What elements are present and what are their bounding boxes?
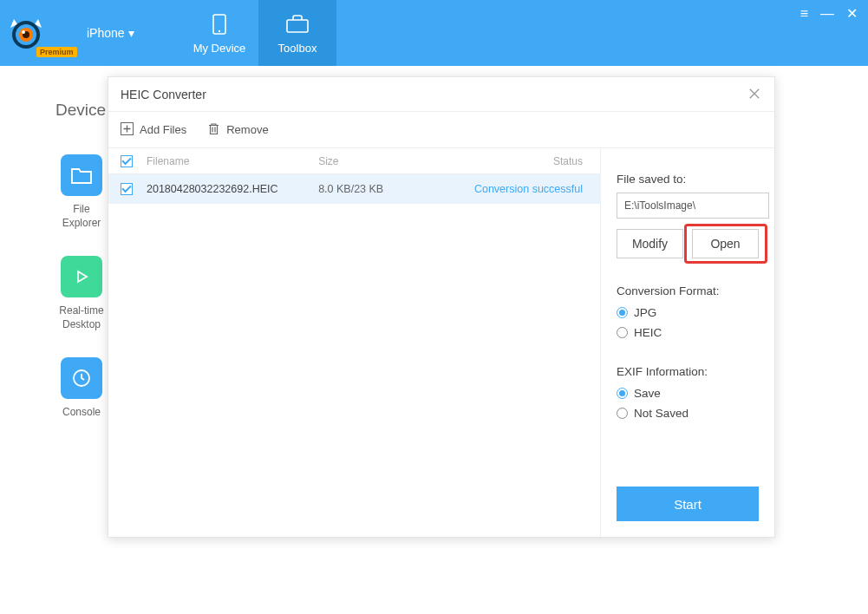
app-header: Premium iPhone ▾ My Device Toolbox ≡ — ✕ (0, 0, 868, 66)
select-all-checkbox[interactable] (121, 155, 133, 167)
window-controls: ≡ — ✕ (800, 0, 868, 66)
tool-console[interactable]: Console (55, 357, 108, 420)
svg-point-5 (219, 29, 220, 31)
toolbox-icon (284, 12, 310, 36)
row-status: Conversion successful (451, 183, 600, 195)
tab-my-device[interactable]: My Device (180, 0, 258, 66)
radio-label: JPG (634, 306, 656, 319)
format-heic-radio[interactable]: HEIC (617, 326, 759, 339)
radio-label: Save (634, 387, 661, 400)
chevron-down-icon: ▾ (128, 26, 134, 40)
exif-save-radio[interactable]: Save (617, 387, 759, 400)
settings-panel: File saved to: Modify Open Conversion Fo… (601, 148, 774, 537)
file-list-area: Filename Size Status 20180428032232692.H… (108, 148, 601, 537)
tab-label: Toolbox (278, 42, 317, 55)
device-label: iPhone (87, 26, 125, 40)
tool-label: File Explorer (62, 203, 101, 230)
table-row[interactable]: 20180428032232692.HEIC 8.0 KB/23 KB Conv… (108, 174, 600, 204)
format-jpg-radio[interactable]: JPG (617, 306, 759, 319)
saved-to-label: File saved to: (617, 173, 759, 186)
remove-button[interactable]: Remove (207, 122, 268, 138)
row-checkbox[interactable] (121, 183, 133, 195)
add-files-button[interactable]: Add Files (121, 122, 186, 138)
dialog-titlebar: HEIC Converter (108, 77, 774, 112)
button-label: Remove (226, 123, 268, 136)
play-icon (61, 256, 102, 297)
close-icon[interactable] (748, 88, 762, 101)
open-button[interactable]: Open (692, 229, 759, 258)
menu-icon[interactable]: ≡ (800, 7, 808, 21)
tool-label: Console (62, 406, 101, 420)
app-logo-icon (9, 16, 43, 50)
radio-icon (617, 408, 628, 419)
column-filename[interactable]: Filename (147, 155, 318, 167)
start-button[interactable]: Start (617, 487, 759, 521)
radio-label: HEIC (634, 326, 662, 339)
radio-label: Not Saved (634, 407, 689, 420)
radio-icon (617, 327, 628, 338)
premium-badge: Premium (36, 47, 77, 57)
row-filename: 20180428032232692.HEIC (147, 183, 318, 195)
tool-file-explorer[interactable]: File Explorer (55, 154, 108, 230)
svg-marker-7 (78, 271, 87, 282)
trash-icon (207, 122, 220, 138)
heic-converter-dialog: HEIC Converter Add Files Remove Filename… (108, 76, 775, 538)
tablet-icon (206, 12, 232, 36)
tab-label: My Device (193, 42, 246, 55)
folder-icon (61, 154, 102, 196)
clock-icon (61, 357, 102, 399)
exif-label: EXIF Information: (617, 365, 759, 378)
column-size[interactable]: Size (318, 155, 450, 167)
plus-icon (121, 122, 134, 138)
tool-label: Real-time Desktop (59, 304, 103, 331)
modify-button[interactable]: Modify (617, 229, 683, 258)
svg-point-3 (22, 30, 25, 34)
svg-rect-6 (287, 20, 308, 32)
dialog-body: Filename Size Status 20180428032232692.H… (108, 148, 774, 537)
tool-realtime-desktop[interactable]: Real-time Desktop (55, 256, 108, 331)
tab-toolbox[interactable]: Toolbox (258, 0, 336, 66)
row-size: 8.0 KB/23 KB (318, 183, 450, 195)
format-label: Conversion Format: (617, 284, 759, 297)
radio-icon (617, 388, 628, 399)
device-dropdown[interactable]: iPhone ▾ (87, 26, 134, 40)
column-status[interactable]: Status (451, 155, 600, 167)
radio-icon (617, 307, 628, 318)
minimize-icon[interactable]: — (820, 7, 834, 21)
button-label: Add Files (140, 123, 186, 136)
dialog-title: HEIC Converter (121, 88, 748, 101)
logo-area: Premium iPhone ▾ (0, 0, 180, 66)
saved-to-input[interactable] (617, 193, 769, 219)
dialog-toolbar: Add Files Remove (108, 112, 774, 148)
close-icon[interactable]: ✕ (846, 7, 858, 21)
exif-notsaved-radio[interactable]: Not Saved (617, 407, 759, 420)
list-header: Filename Size Status (108, 148, 600, 174)
